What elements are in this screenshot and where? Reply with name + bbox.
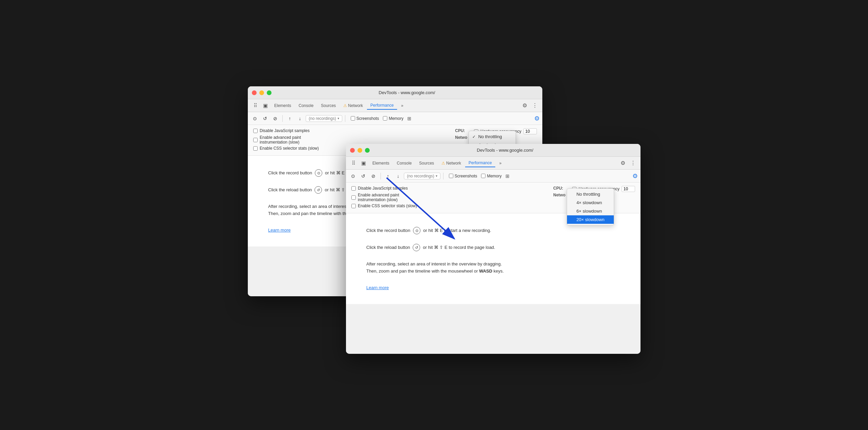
enable-css-checkbox-back[interactable]	[253, 146, 258, 151]
record-btn-back[interactable]: ⊙	[251, 114, 259, 123]
screenshots-check-back: Screenshots	[351, 116, 379, 121]
enable-css-label-back: Enable CSS selector stats (slow)	[260, 146, 319, 151]
upload-btn-back[interactable]: ↑	[285, 114, 294, 123]
capture-settings-front[interactable]: ⚙	[632, 172, 638, 180]
enable-paint-label-front: Enable advanced paintinstrumentation (sl…	[358, 193, 399, 202]
memory-icon-back: ⊞	[405, 114, 414, 123]
tab-bar-front: ⠿ ▣ Elements Console Sources ⚠Network Pe…	[346, 157, 641, 170]
separator-1-back	[282, 115, 283, 122]
hw-concurrency-input-front[interactable]	[622, 186, 635, 192]
after-text-front: After recording, select an area of inter…	[366, 261, 620, 275]
screenshots-label-front: Screenshots	[455, 174, 477, 178]
recordings-dropdown-back[interactable]: (no recordings) ▾	[306, 115, 342, 122]
record-text-front: Click the record button	[366, 227, 410, 234]
enable-paint-checkbox-front[interactable]	[351, 195, 356, 200]
dropdown-arrow-back: ▾	[338, 116, 339, 120]
memory-checkbox-back[interactable]	[383, 116, 387, 121]
enable-css-setting-front: Enable CSS selector stats (slow)	[351, 203, 417, 208]
tab-performance-front[interactable]: Performance	[465, 159, 495, 167]
close-button-back[interactable]	[252, 90, 257, 95]
refresh-btn-front[interactable]: ↺	[359, 172, 368, 180]
network-row-back: Netwo	[455, 135, 469, 140]
device-icon-front[interactable]: ▣	[359, 158, 368, 168]
tab-sources-front[interactable]: Sources	[416, 159, 437, 167]
settings-panel-front: Disable JavaScript samples Enable advanc…	[346, 182, 641, 213]
cpu-label-front: CPU:	[553, 186, 563, 191]
tab-elements-back[interactable]: Elements	[271, 102, 295, 109]
enable-css-checkbox-front[interactable]	[351, 204, 356, 208]
download-btn-back[interactable]: ↓	[296, 114, 304, 123]
record-button-icon-front[interactable]: ⊙	[413, 227, 420, 234]
recordings-label-back: (no recordings)	[309, 116, 336, 121]
recordings-dropdown-front[interactable]: (no recordings) ▾	[404, 173, 440, 179]
tab-elements-front[interactable]: Elements	[369, 159, 393, 167]
tab-network-front[interactable]: ⚠Network	[438, 159, 464, 167]
screenshots-checkbox-front[interactable]	[449, 174, 453, 178]
settings-left-front: Disable JavaScript samples Enable advanc…	[351, 186, 548, 202]
no-throttling-option-front[interactable]: No throttling	[567, 190, 614, 198]
reload-line-front: Click the reload button ↺ or hit ⌘ ⇧ E t…	[366, 244, 620, 251]
memory-checkbox-front[interactable]	[481, 174, 485, 178]
memory-label-back: Memory	[389, 116, 403, 121]
enable-paint-checkbox-back[interactable]	[253, 138, 258, 142]
record-suffix-front: or hit ⌘ E to start a new recording.	[423, 227, 491, 234]
learn-more-link-front[interactable]: Learn more	[366, 285, 389, 290]
network-label-back: Netwo	[455, 135, 467, 140]
device-icon-back[interactable]: ▣	[261, 101, 270, 110]
settings-icon-back[interactable]: ⚙	[520, 101, 529, 110]
minimize-button-front[interactable]	[357, 148, 362, 153]
20x-slowdown-option-front[interactable]: 20× slowdown	[567, 215, 614, 224]
cpu-row-back: CPU: No throttling 4× slowdown 6× slowdo…	[455, 128, 469, 133]
tab-more-front[interactable]: »	[496, 159, 505, 167]
maximize-button-front[interactable]	[365, 148, 370, 153]
network-label-front: Netwo	[553, 193, 565, 197]
traffic-lights-front	[350, 148, 370, 153]
learn-more-link-back[interactable]: Learn more	[268, 228, 290, 233]
refresh-btn-back[interactable]: ↺	[261, 114, 269, 123]
record-text-back: Click the record button	[268, 170, 312, 176]
separator-2-front	[443, 173, 443, 179]
inspect-icon-back[interactable]: ⠿	[251, 101, 260, 110]
tab-sources-back[interactable]: Sources	[318, 102, 339, 109]
clear-btn-front[interactable]: ⊘	[369, 172, 378, 180]
reload-button-icon-back[interactable]: ↺	[314, 186, 322, 194]
record-button-icon-back[interactable]: ⊙	[315, 169, 322, 177]
upload-btn-front[interactable]: ↑	[384, 172, 392, 180]
tab-console-back[interactable]: Console	[295, 102, 317, 109]
clear-btn-back[interactable]: ⊘	[271, 114, 280, 123]
memory-icon-front: ⊞	[503, 172, 512, 180]
memory-check-front: Memory	[481, 174, 501, 178]
settings-left-back: Disable JavaScript samples Enable advanc…	[253, 128, 450, 145]
cpu-dropdown-menu-front[interactable]: No throttling 4× slowdown 6× slowdown 20…	[567, 188, 614, 225]
enable-css-setting-back: Enable CSS selector stats (slow)	[253, 146, 319, 151]
minimize-button-back[interactable]	[259, 90, 264, 95]
maximize-button-back[interactable]	[267, 90, 272, 95]
4x-slowdown-option-front[interactable]: 4× slowdown	[567, 198, 614, 207]
tab-more-back[interactable]: »	[398, 102, 407, 109]
6x-slowdown-option-front[interactable]: 6× slowdown	[567, 207, 614, 215]
record-btn-front[interactable]: ⊙	[349, 172, 357, 180]
disable-js-checkbox-front[interactable]	[351, 186, 356, 191]
tab-performance-back[interactable]: Performance	[367, 102, 397, 110]
tab-console-front[interactable]: Console	[393, 159, 415, 167]
inspect-icon-front[interactable]: ⠿	[349, 158, 358, 168]
close-button-front[interactable]	[350, 148, 355, 153]
warn-icon-back: ⚠	[343, 103, 347, 108]
hw-concurrency-input-back[interactable]	[523, 128, 537, 134]
tab-network-back[interactable]: ⚠Network	[340, 102, 366, 109]
main-content-front: Click the record button ⊙ or hit ⌘ E to …	[346, 213, 641, 304]
enable-paint-setting-back: Enable advanced paintinstrumentation (sl…	[253, 135, 450, 145]
devtools-window-front: DevTools - www.google.com/ ⠿ ▣ Elements …	[346, 144, 641, 354]
download-btn-front[interactable]: ↓	[394, 172, 403, 180]
screenshots-label-back: Screenshots	[356, 116, 379, 121]
more-icon-front[interactable]: ⋮	[628, 158, 638, 168]
reload-suffix-front: or hit ⌘ ⇧ E to record the page load.	[423, 244, 495, 251]
capture-settings-back[interactable]: ⚙	[534, 115, 540, 122]
reload-button-icon-front[interactable]: ↺	[413, 244, 420, 251]
no-throttling-option-back[interactable]: No throttling	[469, 132, 516, 141]
screenshots-checkbox-back[interactable]	[351, 116, 355, 121]
more-icon-back[interactable]: ⋮	[530, 101, 540, 110]
disable-js-checkbox-back[interactable]	[253, 129, 258, 133]
settings-icon-front[interactable]: ⚙	[618, 158, 628, 168]
cpu-row-front: CPU: No throttling 4× slowdown 6× slowdo…	[553, 186, 567, 191]
